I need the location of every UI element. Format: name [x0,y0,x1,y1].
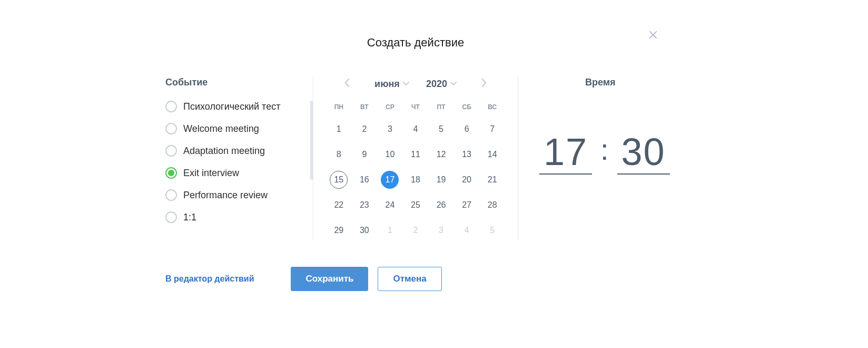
year-select[interactable]: 2020 [424,79,459,90]
calendar-day[interactable]: 3 [377,119,403,139]
close-button[interactable] [647,30,659,42]
calendar-day-number: 1 [381,221,399,239]
save-button[interactable]: Сохранить [291,267,368,291]
event-item[interactable]: 1:1 [165,211,313,223]
calendar-day[interactable]: 6 [454,119,480,139]
event-item-label: Exit interview [183,168,239,179]
month-value: июня [374,79,400,90]
calendar-day-number: 18 [407,171,425,189]
create-action-modal: Создать действие Событие Психологический… [165,26,666,302]
minute-input[interactable]: 30 [617,130,670,175]
calendar-day-number: 17 [381,171,399,189]
calendar-day[interactable]: 29 [326,220,352,240]
radio-icon [165,189,177,201]
event-item[interactable]: Performance review [165,189,313,201]
calendar-day-number: 24 [381,196,399,214]
editor-link[interactable]: В редактор действий [165,274,254,284]
calendar-day-number: 11 [407,146,425,163]
calendar-day-number: 9 [356,146,373,163]
calendar-day-number: 23 [356,196,373,214]
cancel-button[interactable]: Отмена [378,267,441,291]
prev-month-button[interactable] [342,76,352,92]
chevron-right-icon [481,78,487,90]
calendar-day-number: 22 [330,196,348,214]
calendar-dow: ПН [326,103,352,114]
next-month-button[interactable] [479,76,489,92]
chevron-down-icon [403,82,409,86]
calendar-day-number: 3 [432,221,450,239]
calendar-dow: СБ [454,103,480,114]
calendar-day[interactable]: 27 [454,195,480,215]
chevron-down-icon [450,82,457,86]
close-icon [649,31,657,41]
scrollbar-thumb[interactable] [310,101,313,180]
calendar-day[interactable]: 24 [377,195,403,215]
calendar-day-number: 15 [330,171,348,189]
calendar-day-number: 4 [458,221,476,239]
calendar-day-number: 5 [432,120,450,138]
calendar-day[interactable]: 20 [454,170,480,190]
calendar-day[interactable]: 17 [377,170,403,190]
event-item-label: Adaptation meeting [183,146,265,157]
event-item-label: Performance review [183,190,268,201]
radio-icon [165,145,177,157]
month-select[interactable]: июня [372,79,411,90]
modal-title: Создать действие [165,26,666,50]
calendar-day-number: 14 [484,146,501,163]
calendar-day[interactable]: 5 [428,119,454,139]
calendar-day[interactable]: 19 [428,170,454,190]
calendar-day-number: 3 [381,120,399,138]
calendar-day-number: 7 [484,120,501,138]
calendar-day[interactable]: 13 [454,144,480,165]
calendar-day[interactable]: 25 [403,195,429,215]
calendar-day[interactable]: 12 [428,144,454,165]
calendar-day[interactable]: 1 [326,119,352,139]
calendar-day-number: 27 [458,196,476,214]
event-item[interactable]: Exit interview [165,167,313,179]
event-item[interactable]: Психологический тест [165,101,313,112]
event-column: Событие Психологический тестWelcome meet… [165,77,313,240]
calendar-day[interactable]: 15 [326,170,352,190]
calendar-day[interactable]: 3 [428,220,454,240]
calendar-day-number: 2 [356,120,373,138]
calendar-day[interactable]: 2 [352,119,378,139]
calendar-day[interactable]: 7 [479,119,505,139]
chevron-left-icon [344,78,350,90]
calendar-day[interactable]: 28 [479,195,505,215]
time-colon: : [600,135,609,165]
calendar-day[interactable]: 23 [352,195,378,215]
calendar-day[interactable]: 4 [403,119,429,139]
calendar-day-number: 25 [407,196,425,214]
calendar-day[interactable]: 4 [454,220,480,240]
calendar-day[interactable]: 26 [428,195,454,215]
calendar-day[interactable]: 9 [352,144,378,165]
calendar-day-number: 12 [432,146,450,163]
radio-icon [165,101,177,112]
calendar-day[interactable]: 5 [479,220,505,240]
calendar-dow: ПТ [428,103,454,114]
calendar-dow: ЧТ [403,103,429,114]
calendar-day[interactable]: 10 [377,144,403,165]
calendar-day[interactable]: 21 [479,170,505,190]
calendar-day[interactable]: 11 [403,144,429,165]
time-column: Время 17 : 30 [518,77,683,240]
calendar-day-number: 2 [407,221,425,239]
calendar-day[interactable]: 2 [403,220,429,240]
event-item[interactable]: Welcome meeting [165,123,313,134]
calendar-day[interactable]: 14 [479,144,505,165]
year-value: 2020 [426,79,447,90]
calendar-day-number: 5 [484,221,501,239]
calendar-day[interactable]: 18 [403,170,429,190]
calendar-grid: ПНВТСРЧТПТСБВС12345678910111213141516171… [326,103,505,240]
calendar-day-number: 1 [330,120,348,138]
event-item[interactable]: Adaptation meeting [165,145,313,157]
calendar-day[interactable]: 30 [352,220,378,240]
calendar-day-number: 16 [356,171,373,189]
calendar-day[interactable]: 22 [326,195,352,215]
calendar-day[interactable]: 8 [326,144,352,165]
calendar-column: июня 2020 [313,77,518,240]
calendar-day[interactable]: 1 [377,220,403,240]
hour-input[interactable]: 17 [539,130,592,175]
calendar-day[interactable]: 16 [352,170,378,190]
calendar-day-number: 26 [432,196,450,214]
